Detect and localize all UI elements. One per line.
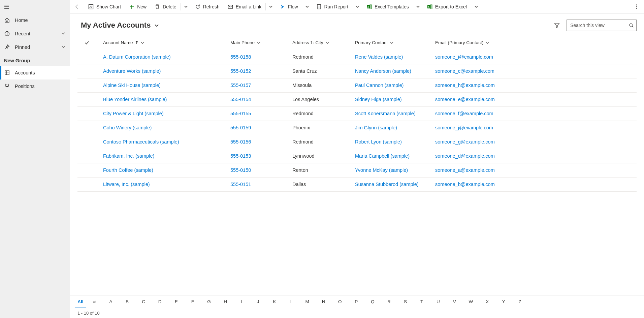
- jump-letter[interactable]: B: [119, 295, 135, 308]
- jump-letter[interactable]: D: [152, 295, 168, 308]
- search-input[interactable]: [570, 23, 629, 28]
- cell-contact[interactable]: Yvonne McKay (sample): [352, 163, 432, 177]
- row-select-cell[interactable]: [77, 177, 96, 191]
- cell-email[interactable]: someone_j@example.com: [432, 121, 637, 135]
- cell-email[interactable]: someone_d@example.com: [432, 149, 637, 163]
- table-row[interactable]: Contoso Pharmaceuticals (sample)555-0156…: [77, 135, 637, 149]
- column-header-name[interactable]: Account Name: [96, 36, 228, 50]
- email-link-button[interactable]: Email a Link: [224, 0, 265, 13]
- jump-letter[interactable]: F: [185, 295, 201, 308]
- jump-letter[interactable]: Q: [364, 295, 381, 308]
- back-button[interactable]: [70, 0, 84, 13]
- row-select-cell[interactable]: [77, 163, 96, 177]
- jump-letter[interactable]: M: [299, 295, 316, 308]
- row-select-cell[interactable]: [77, 92, 96, 106]
- table-row[interactable]: Fourth Coffee (sample)555-0150RentonYvon…: [77, 163, 637, 177]
- cell-phone[interactable]: 555-0156: [228, 135, 290, 149]
- row-select-cell[interactable]: [77, 64, 96, 78]
- cell-phone[interactable]: 555-0150: [228, 163, 290, 177]
- overflow-button[interactable]: [632, 0, 641, 13]
- cell-email[interactable]: someone_f@example.com: [432, 106, 637, 121]
- jump-letter[interactable]: N: [315, 295, 332, 308]
- filter-button[interactable]: [551, 20, 562, 31]
- cell-contact[interactable]: Susanna Stubberod (sample): [352, 177, 432, 191]
- select-all-header[interactable]: [77, 36, 96, 50]
- cell-phone[interactable]: 555-0153: [228, 149, 290, 163]
- sidebar-item-recent[interactable]: Recent: [0, 27, 70, 40]
- delete-split-chevron[interactable]: [181, 0, 191, 13]
- export-excel-split-chevron[interactable]: [471, 0, 481, 13]
- excel-templates-split-chevron[interactable]: [413, 0, 423, 13]
- flow-split-chevron[interactable]: [302, 0, 312, 13]
- delete-button[interactable]: Delete: [151, 0, 180, 13]
- row-select-cell[interactable]: [77, 149, 96, 163]
- sidebar-item-home[interactable]: Home: [0, 13, 70, 27]
- jump-letter[interactable]: C: [135, 295, 152, 308]
- cell-account-name[interactable]: City Power & Light (sample): [96, 106, 228, 121]
- jump-letter[interactable]: S: [397, 295, 414, 308]
- cell-contact[interactable]: Sidney Higa (sample): [352, 92, 432, 106]
- column-header-email[interactable]: Email (Primary Contact): [432, 36, 637, 50]
- cell-account-name[interactable]: Adventure Works (sample): [96, 64, 228, 78]
- flow-button[interactable]: Flow: [276, 0, 302, 13]
- cell-email[interactable]: someone_a@example.com: [432, 163, 637, 177]
- cell-contact[interactable]: Nancy Anderson (sample): [352, 64, 432, 78]
- cell-account-name[interactable]: Blue Yonder Airlines (sample): [96, 92, 228, 106]
- table-row[interactable]: Alpine Ski House (sample)555-0157Missoul…: [77, 78, 637, 92]
- jump-letter[interactable]: E: [168, 295, 185, 308]
- jump-letter[interactable]: U: [430, 295, 446, 308]
- new-button[interactable]: New: [125, 0, 151, 13]
- cell-email[interactable]: someone_c@example.com: [432, 64, 637, 78]
- cell-phone[interactable]: 555-0154: [228, 92, 290, 106]
- table-row[interactable]: Blue Yonder Airlines (sample)555-0154Los…: [77, 92, 637, 106]
- jump-letter[interactable]: O: [332, 295, 348, 308]
- view-selector[interactable]: My Active Accounts: [81, 21, 159, 30]
- jump-letter[interactable]: T: [414, 295, 430, 308]
- table-row[interactable]: Adventure Works (sample)555-0152Santa Cr…: [77, 64, 637, 78]
- column-header-contact[interactable]: Primary Contact: [352, 36, 432, 50]
- table-row[interactable]: City Power & Light (sample)555-0155Redmo…: [77, 106, 637, 121]
- cell-phone[interactable]: 555-0159: [228, 121, 290, 135]
- export-excel-button[interactable]: Export to Excel: [423, 0, 471, 13]
- jump-letter[interactable]: R: [381, 295, 397, 308]
- cell-contact[interactable]: Paul Cannon (sample): [352, 78, 432, 92]
- cell-account-name[interactable]: Alpine Ski House (sample): [96, 78, 228, 92]
- jump-letter[interactable]: V: [446, 295, 463, 308]
- cell-contact[interactable]: Maria Campbell (sample): [352, 149, 432, 163]
- cell-account-name[interactable]: Contoso Pharmaceuticals (sample): [96, 135, 228, 149]
- jump-letter[interactable]: W: [463, 295, 479, 308]
- jump-letter[interactable]: X: [479, 295, 495, 308]
- jump-letter[interactable]: Y: [495, 295, 512, 308]
- cell-email[interactable]: someone_g@example.com: [432, 135, 637, 149]
- jump-letter[interactable]: All: [75, 295, 86, 308]
- excel-templates-button[interactable]: Excel Templates: [362, 0, 413, 13]
- row-select-cell[interactable]: [77, 106, 96, 121]
- cell-email[interactable]: someone_i@example.com: [432, 50, 637, 64]
- jump-letter[interactable]: G: [201, 295, 217, 308]
- refresh-button[interactable]: Refresh: [191, 0, 224, 13]
- cell-account-name[interactable]: A. Datum Corporation (sample): [96, 50, 228, 64]
- cell-contact[interactable]: Robert Lyon (sample): [352, 135, 432, 149]
- cell-contact[interactable]: Jim Glynn (sample): [352, 121, 432, 135]
- cell-email[interactable]: someone_b@example.com: [432, 177, 637, 191]
- cell-account-name[interactable]: Fourth Coffee (sample): [96, 163, 228, 177]
- jump-letter[interactable]: Z: [512, 295, 528, 308]
- jump-letter[interactable]: #: [86, 295, 103, 308]
- jump-letter[interactable]: K: [266, 295, 283, 308]
- show-chart-button[interactable]: Show Chart: [84, 0, 125, 13]
- table-row[interactable]: Coho Winery (sample)555-0159PhoenixJim G…: [77, 121, 637, 135]
- cell-account-name[interactable]: Litware, Inc. (sample): [96, 177, 228, 191]
- jump-letter[interactable]: J: [250, 295, 266, 308]
- table-row[interactable]: A. Datum Corporation (sample)555-0158Red…: [77, 50, 637, 64]
- run-report-button[interactable]: Run Report: [312, 0, 353, 13]
- search-box[interactable]: [567, 20, 637, 31]
- cell-phone[interactable]: 555-0157: [228, 78, 290, 92]
- table-row[interactable]: Fabrikam, Inc. (sample)555-0153LynnwoodM…: [77, 149, 637, 163]
- cell-email[interactable]: someone_e@example.com: [432, 92, 637, 106]
- row-select-cell[interactable]: [77, 135, 96, 149]
- jump-letter[interactable]: I: [233, 295, 250, 308]
- run-report-split-chevron[interactable]: [352, 0, 362, 13]
- column-header-city[interactable]: Address 1: City: [290, 36, 352, 50]
- email-link-split-chevron[interactable]: [266, 0, 276, 13]
- jump-letter[interactable]: P: [348, 295, 365, 308]
